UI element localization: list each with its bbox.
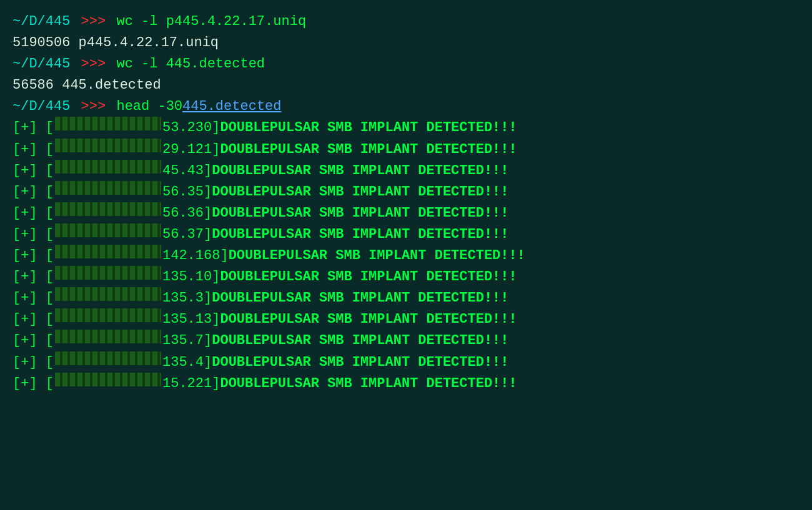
- detected-msg-12: DOUBLEPULSAR SMB IMPLANT DETECTED!!!: [212, 352, 508, 373]
- command-text-1: wc -l p445.4.22.17.uniq: [116, 11, 306, 32]
- ip-suffix-8: 135.10]: [162, 267, 220, 288]
- prompt-path-3: ~/D/445: [12, 96, 70, 117]
- prompt-arrows-1: >>>: [72, 11, 114, 32]
- prompt-path-1: ~/D/445: [12, 11, 70, 32]
- ip-suffix-1: 53.230]: [162, 117, 220, 139]
- bracket-6: [+] [: [12, 224, 54, 245]
- ip-redacted-5: [55, 202, 161, 216]
- ip-redacted-7: [55, 245, 161, 258]
- detection-line-2: [+] [29.121] DOUBLEPULSAR SMB IMPLANT DE…: [12, 139, 800, 160]
- detected-msg-11: DOUBLEPULSAR SMB IMPLANT DETECTED!!!: [212, 330, 508, 351]
- ip-suffix-7: 142.168]: [162, 245, 229, 267]
- detection-line-13: [+] [15.221] DOUBLEPULSAR SMB IMPLANT DE…: [12, 373, 800, 395]
- prompt-arrows-2: >>>: [72, 54, 114, 75]
- detection-line-7: [+] [142.168] DOUBLEPULSAR SMB IMPLANT D…: [12, 245, 800, 267]
- ip-redacted-13: [55, 373, 161, 386]
- ip-redacted-6: [55, 223, 161, 237]
- output-line-2: 56586 445.detected: [12, 75, 800, 96]
- detected-msg-6: DOUBLEPULSAR SMB IMPLANT DETECTED!!!: [212, 224, 508, 245]
- ip-suffix-12: 135.4]: [162, 352, 212, 373]
- output-text-1: 5190506 p445.4.22.17.uniq: [12, 32, 219, 54]
- detected-msg-8: DOUBLEPULSAR SMB IMPLANT DETECTED!!!: [220, 267, 517, 288]
- ip-suffix-9: 135.3]: [162, 288, 212, 309]
- bracket-2: [+] [: [12, 139, 54, 160]
- command-line-1: ~/D/445 >>> wc -l p445.4.22.17.uniq: [12, 11, 800, 32]
- ip-redacted-3: [55, 160, 161, 174]
- detected-msg-10: DOUBLEPULSAR SMB IMPLANT DETECTED!!!: [220, 309, 517, 330]
- ip-redacted-9: [55, 287, 161, 301]
- ip-suffix-13: 15.221]: [162, 373, 220, 395]
- detection-line-6: [+] [56.37] DOUBLEPULSAR SMB IMPLANT DET…: [12, 224, 800, 245]
- detection-line-4: [+] [56.35] DOUBLEPULSAR SMB IMPLANT DET…: [12, 182, 800, 203]
- ip-redacted-1: [55, 117, 161, 130]
- terminal: ~/D/445 >>> wc -l p445.4.22.17.uniq 5190…: [12, 11, 800, 499]
- command-text-3: head -30: [116, 96, 182, 117]
- detection-line-8: [+] [135.10] DOUBLEPULSAR SMB IMPLANT DE…: [12, 267, 800, 288]
- prompt-arrows-3: >>>: [72, 96, 114, 117]
- detected-msg-4: DOUBLEPULSAR SMB IMPLANT DETECTED!!!: [212, 182, 508, 203]
- bracket-4: [+] [: [12, 182, 54, 203]
- bracket-8: [+] [: [12, 267, 54, 288]
- ip-redacted-4: [55, 181, 161, 195]
- bracket-11: [+] [: [12, 330, 54, 351]
- bracket-12: [+] [: [12, 352, 54, 373]
- bracket-9: [+] [: [12, 288, 54, 309]
- ip-redacted-11: [55, 330, 161, 343]
- ip-redacted-8: [55, 266, 161, 280]
- bracket-5: [+] [: [12, 203, 54, 224]
- ip-suffix-3: 45.43]: [162, 160, 212, 182]
- detection-line-1: [+] [53.230] DOUBLEPULSAR SMB IMPLANT DE…: [12, 117, 800, 139]
- detection-line-11: [+] [135.7] DOUBLEPULSAR SMB IMPLANT DET…: [12, 330, 800, 351]
- detection-line-3: [+] [45.43] DOUBLEPULSAR SMB IMPLANT DET…: [12, 160, 800, 182]
- detected-msg-3: DOUBLEPULSAR SMB IMPLANT DETECTED!!!: [212, 160, 508, 182]
- bracket-10: [+] [: [12, 309, 54, 330]
- ip-suffix-5: 56.36]: [162, 203, 212, 224]
- detection-line-5: [+] [56.36] DOUBLEPULSAR SMB IMPLANT DET…: [12, 203, 800, 224]
- output-line-1: 5190506 p445.4.22.17.uniq: [12, 32, 800, 54]
- detected-msg-7: DOUBLEPULSAR SMB IMPLANT DETECTED!!!: [229, 245, 525, 267]
- detected-msg-2: DOUBLEPULSAR SMB IMPLANT DETECTED!!!: [220, 139, 517, 160]
- detected-msg-9: DOUBLEPULSAR SMB IMPLANT DETECTED!!!: [212, 288, 508, 309]
- command-text-2: wc -l 445.detected: [116, 54, 265, 75]
- command-link-3[interactable]: 445.detected: [182, 96, 281, 117]
- bracket-13: [+] [: [12, 373, 54, 395]
- ip-suffix-11: 135.7]: [162, 330, 212, 351]
- bracket-7: [+] [: [12, 245, 54, 267]
- output-text-2: 56586 445.detected: [12, 75, 161, 96]
- bracket-3: [+] [: [12, 160, 54, 182]
- detected-msg-13: DOUBLEPULSAR SMB IMPLANT DETECTED!!!: [220, 373, 517, 395]
- detected-msg-1: DOUBLEPULSAR SMB IMPLANT DETECTED!!!: [220, 117, 517, 139]
- ip-redacted-12: [55, 351, 161, 365]
- detection-line-12: [+] [135.4] DOUBLEPULSAR SMB IMPLANT DET…: [12, 352, 800, 373]
- ip-suffix-2: 29.121]: [162, 139, 220, 160]
- detection-line-10: [+] [135.13] DOUBLEPULSAR SMB IMPLANT DE…: [12, 309, 800, 330]
- bracket-1: [+] [: [12, 117, 54, 139]
- command-line-2: ~/D/445 >>> wc -l 445.detected: [12, 54, 800, 75]
- ip-suffix-4: 56.35]: [162, 182, 212, 203]
- ip-suffix-6: 56.37]: [162, 224, 212, 245]
- command-line-3: ~/D/445 >>> head -30 445.detected: [12, 96, 800, 117]
- prompt-path-2: ~/D/445: [12, 54, 70, 75]
- ip-redacted-2: [55, 139, 161, 152]
- ip-suffix-10: 135.13]: [162, 309, 220, 330]
- detected-msg-5: DOUBLEPULSAR SMB IMPLANT DETECTED!!!: [212, 203, 508, 224]
- ip-redacted-10: [55, 308, 161, 322]
- detection-line-9: [+] [135.3] DOUBLEPULSAR SMB IMPLANT DET…: [12, 288, 800, 309]
